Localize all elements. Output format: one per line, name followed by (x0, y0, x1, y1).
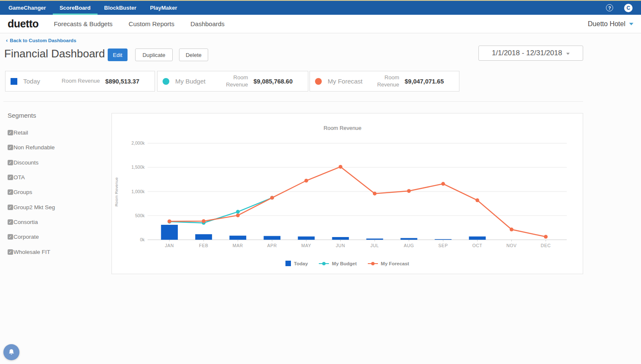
checkbox-checked-icon[interactable]: ✓ (8, 189, 13, 195)
bar (298, 237, 315, 240)
bar (435, 239, 452, 240)
data-point-marker (270, 196, 274, 200)
chart-canvas: 0k500k1,000k1,500k2,000kJANFEBMARAPRMAYJ… (112, 113, 583, 274)
product-nav: GameChanger ScoreBoard BlockBuster PlayM… (0, 1, 641, 15)
bell-icon (7, 348, 16, 356)
line-path (169, 167, 546, 237)
page-content: ‹Back to Custom Dashboards Financial Das… (0, 33, 641, 364)
nav-item-dashboards[interactable]: Dashboards (190, 20, 225, 27)
breadcrumb-back-link[interactable]: ‹Back to Custom Dashboards (6, 37, 76, 43)
room-revenue-chart-panel: 0k500k1,000k1,500k2,000kJANFEBMARAPRMAYJ… (111, 113, 583, 274)
user-avatar[interactable]: C (624, 4, 633, 12)
x-tick-label: SEP (438, 243, 448, 248)
duetto-logo[interactable]: duetto (8, 18, 38, 30)
kpi-metric: Room Revenue (222, 74, 248, 88)
checkbox-checked-icon[interactable]: ✓ (8, 249, 13, 255)
x-tick-label: JUN (336, 243, 345, 248)
data-point-marker (407, 189, 411, 193)
bar (332, 237, 349, 240)
segment-label: Groups (14, 189, 32, 195)
checkbox-checked-icon[interactable]: ✓ (8, 205, 13, 210)
x-tick-label: AUG (404, 243, 414, 248)
x-tick-label: NOV (506, 243, 516, 248)
legend-line-marker (319, 262, 329, 265)
data-point-marker (510, 228, 513, 232)
app-window: GameChanger ScoreBoard BlockBuster PlayM… (0, 0, 641, 364)
help-icon[interactable]: ? (606, 4, 613, 11)
data-point-marker (475, 198, 479, 202)
forecast-series-swatch (315, 78, 322, 85)
x-tick-label: JAN (165, 243, 174, 248)
y-tick-label: 1,000k (131, 189, 145, 194)
segments-title: Segments (8, 112, 105, 119)
line-path (169, 198, 272, 223)
kpi-value: $890,513.37 (105, 78, 139, 85)
nav-item-custom-reports[interactable]: Custom Reports (129, 20, 174, 27)
x-tick-label: FEB (199, 243, 208, 248)
nav-item-playmaker[interactable]: PlayMaker (143, 1, 184, 15)
delete-button[interactable]: Delete (179, 49, 208, 61)
chevron-left-icon: ‹ (6, 37, 8, 43)
legend-item-today[interactable]: Today (285, 261, 308, 266)
checkbox-checked-icon[interactable]: ✓ (8, 145, 13, 150)
bar (161, 225, 178, 240)
nav-item-blockbuster[interactable]: BlockBuster (98, 1, 144, 15)
segment-label: Retail (14, 129, 28, 136)
nav-item-forecasts-budgets[interactable]: Forecasts & Budgets (54, 20, 112, 27)
segment-item-wholesale-fit[interactable]: ✓Wholesale FIT (8, 244, 105, 259)
legend-label: Today (294, 261, 308, 266)
kpi-metric: Room Revenue (373, 74, 399, 88)
kpi-card-my-budget: My Budget Room Revenue $9,085,768.60 (157, 71, 308, 92)
nav-item-scoreboard[interactable]: ScoreBoard (53, 1, 98, 15)
y-tick-label: 2,000k (131, 141, 145, 146)
bar (263, 236, 280, 240)
room-revenue-chart: 0k500k1,000k1,500k2,000kJANFEBMARAPRMAYJ… (112, 113, 583, 274)
nav-item-gamechanger[interactable]: GameChanger (2, 1, 53, 15)
chevron-down-icon (629, 23, 633, 25)
segment-item-discounts[interactable]: ✓Discounts (8, 155, 105, 170)
date-range-selector[interactable]: 1/1/2018 - 12/31/2018 (478, 46, 583, 61)
y-tick-label: 500k (135, 213, 145, 218)
checkbox-checked-icon[interactable]: ✓ (8, 130, 13, 135)
segment-item-consortia[interactable]: ✓Consortia (8, 215, 105, 229)
edit-button[interactable]: Edit (108, 49, 128, 61)
data-point-marker (168, 219, 171, 223)
data-point-marker (544, 235, 548, 239)
property-selector[interactable]: Duetto Hotel (588, 20, 633, 28)
segment-item-corporate[interactable]: ✓Corporate (8, 229, 105, 244)
x-tick-label: APR (267, 243, 277, 248)
data-point-marker (339, 165, 342, 169)
legend-item-my-forecast[interactable]: My Forecast (368, 261, 409, 266)
segment-label: Wholesale FIT (14, 249, 50, 255)
checkbox-checked-icon[interactable]: ✓ (8, 160, 13, 165)
bar (366, 239, 383, 240)
segment-item-retail[interactable]: ✓Retail (8, 125, 105, 140)
segment-item-group2-mkt-seg[interactable]: ✓Group2 Mkt Seg (8, 200, 105, 214)
kpi-name: My Budget (175, 78, 206, 85)
data-point-marker (441, 182, 445, 186)
legend-square-marker (285, 261, 291, 266)
checkbox-checked-icon[interactable]: ✓ (8, 219, 13, 225)
x-tick-label: JUL (370, 243, 379, 248)
section-divider (3, 101, 583, 102)
series-today (161, 225, 486, 240)
kpi-card-my-forecast: My Forecast Room Revenue $9,047,071.65 (310, 71, 459, 92)
x-tick-label: MAR (233, 243, 243, 248)
segment-item-non-refundable[interactable]: ✓Non Refundable (8, 140, 105, 155)
x-tick-label: OCT (473, 243, 483, 248)
y-axis-label: Room Revenue (114, 177, 119, 207)
duplicate-button[interactable]: Duplicate (135, 49, 173, 61)
checkbox-checked-icon[interactable]: ✓ (8, 175, 13, 180)
kpi-metric: Room Revenue (62, 78, 100, 84)
messenger-button[interactable] (3, 344, 19, 360)
budget-series-swatch (163, 78, 169, 85)
segment-item-ota[interactable]: ✓OTA (8, 170, 105, 185)
segment-item-groups[interactable]: ✓Groups (8, 185, 105, 200)
kpi-value: $9,047,071.65 (405, 78, 444, 85)
kpi-name: Today (23, 78, 40, 85)
segment-label: Corporate (14, 234, 39, 240)
checkbox-checked-icon[interactable]: ✓ (8, 234, 13, 240)
kpi-value: $9,085,768.60 (253, 78, 293, 85)
legend-item-my-budget[interactable]: My Budget (319, 261, 357, 266)
chart-legend: TodayMy BudgetMy Forecast (112, 261, 583, 266)
